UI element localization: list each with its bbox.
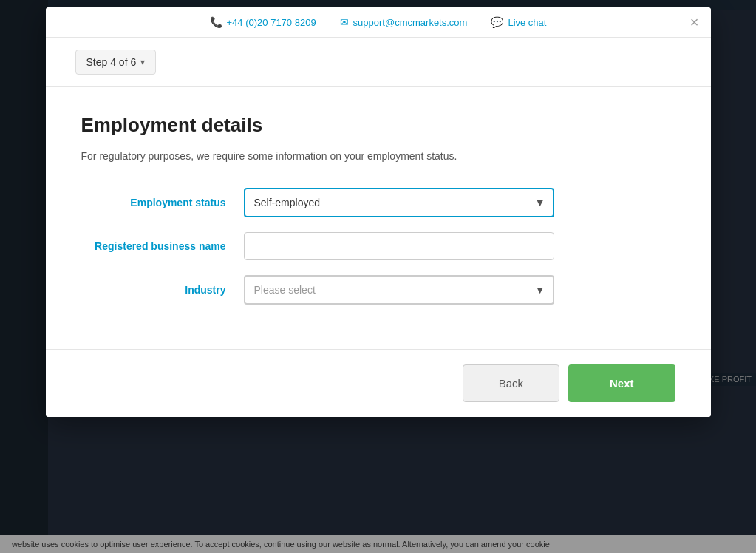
form-description: For regulatory purposes, we require some…: [81, 149, 675, 164]
modal-header: 📞 +44 (0)20 7170 8209 ✉ support@cmcmarke…: [46, 7, 711, 38]
employment-status-row: Employment status Employed Self-employed…: [81, 188, 675, 217]
business-name-input[interactable]: [244, 232, 554, 260]
modal-close-button[interactable]: ×: [690, 15, 699, 30]
chat-icon: 💬: [491, 16, 503, 28]
email-contact[interactable]: ✉ support@cmcmarkets.com: [340, 16, 468, 28]
modal-footer: Back Next: [46, 349, 711, 417]
next-button[interactable]: Next: [568, 364, 675, 402]
employment-status-label: Employment status: [81, 197, 244, 208]
phone-number: +44 (0)20 7170 8209: [227, 17, 316, 28]
industry-control: Please select Finance Technology Healthc…: [244, 275, 554, 305]
step-indicator-container: Step 4 of 6 ▾: [46, 38, 711, 87]
business-name-row: Registered business name: [81, 232, 675, 260]
live-chat-contact[interactable]: 💬 Live chat: [491, 16, 546, 28]
phone-icon: 📞: [210, 16, 222, 28]
industry-row: Industry Please select Finance Technolog…: [81, 275, 675, 305]
email-address: support@cmcmarkets.com: [353, 17, 468, 28]
modal-body: Employment details For regulatory purpos…: [46, 87, 711, 349]
business-name-label: Registered business name: [81, 240, 244, 252]
industry-select[interactable]: Please select Finance Technology Healthc…: [244, 275, 554, 305]
step-indicator-button[interactable]: Step 4 of 6 ▾: [75, 50, 157, 75]
email-icon: ✉: [340, 16, 349, 28]
industry-wrapper: Please select Finance Technology Healthc…: [244, 275, 554, 305]
modal-backdrop: 📞 +44 (0)20 7170 8209 ✉ support@cmcmarke…: [0, 0, 756, 553]
back-button[interactable]: Back: [463, 364, 559, 402]
employment-status-wrapper: Employed Self-employed Retired Student U…: [244, 188, 554, 217]
chevron-down-icon: ▾: [140, 57, 145, 67]
step-label: Step 4 of 6: [86, 56, 137, 68]
industry-label: Industry: [81, 284, 244, 296]
employment-status-control: Employed Self-employed Retired Student U…: [244, 188, 554, 217]
live-chat-label: Live chat: [508, 17, 546, 28]
phone-contact[interactable]: 📞 +44 (0)20 7170 8209: [210, 16, 316, 28]
modal-dialog: 📞 +44 (0)20 7170 8209 ✉ support@cmcmarke…: [46, 7, 711, 417]
business-name-control: [244, 232, 554, 260]
employment-status-select[interactable]: Employed Self-employed Retired Student U…: [244, 188, 554, 217]
modal-title: Employment details: [81, 114, 675, 137]
